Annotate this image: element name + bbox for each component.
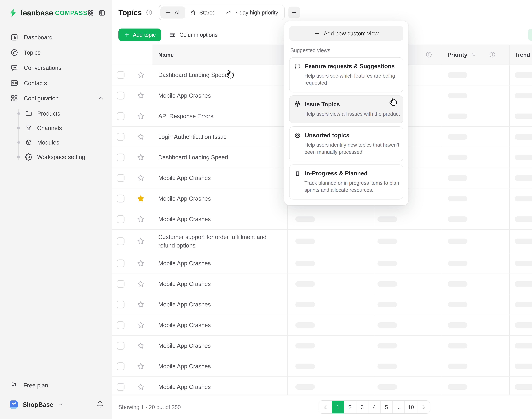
topic-name[interactable]: Mobile App Crashes — [153, 274, 287, 294]
topic-name[interactable]: Mobile App Crashes — [153, 85, 287, 106]
row-checkbox[interactable] — [117, 215, 125, 223]
filter-chip[interactable]: Filter: 2 — [528, 29, 532, 41]
topic-name[interactable]: Mobile App Crashes — [153, 168, 287, 188]
suggested-view-in-progress-planned[interactable]: In-Progress & Planned Track planned or i… — [289, 165, 403, 199]
sidebar-item-topics[interactable]: Topics — [0, 45, 112, 60]
cube-icon — [25, 139, 32, 146]
star-icon[interactable] — [137, 342, 145, 350]
topic-name[interactable]: Mobile App Crashes — [153, 253, 287, 274]
row-checkbox[interactable] — [117, 154, 125, 161]
page-button[interactable]: ... — [392, 401, 404, 413]
apps-grid-icon[interactable] — [88, 10, 94, 16]
star-icon[interactable] — [137, 383, 145, 391]
row-checkbox[interactable] — [117, 174, 125, 182]
star-icon[interactable] — [137, 174, 145, 182]
topic-name[interactable]: Mobile App Crashes — [153, 377, 287, 395]
collapse-panel-icon[interactable] — [98, 9, 105, 16]
info-icon[interactable] — [425, 51, 432, 58]
sidebar-item-workspace-setting[interactable]: Workspace setting — [0, 150, 112, 164]
topic-name[interactable]: Dashboard Loading Speed — [153, 147, 287, 168]
header-name[interactable]: Name — [153, 45, 287, 65]
header-priority[interactable]: Priority — [441, 45, 509, 65]
skeleton-cell — [374, 230, 441, 253]
star-icon[interactable] — [137, 237, 145, 245]
row-checkbox[interactable] — [117, 112, 125, 120]
next-page-button[interactable] — [417, 401, 430, 413]
row-checkbox[interactable] — [117, 342, 125, 350]
star-icon[interactable] — [137, 195, 145, 203]
page-button[interactable]: 2 — [344, 401, 356, 413]
row-checkbox[interactable] — [117, 133, 125, 141]
tab-all[interactable]: All — [160, 6, 185, 19]
page-button[interactable]: 10 — [404, 401, 417, 413]
suggested-view-issue-topics[interactable]: Issue Topics Help users view all issues … — [289, 95, 403, 123]
info-icon[interactable] — [489, 51, 496, 58]
topic-name[interactable]: Mobile App Crashes — [153, 315, 287, 335]
row-checkbox[interactable] — [117, 260, 125, 267]
page-button[interactable]: 1 — [332, 401, 344, 413]
info-icon[interactable] — [146, 9, 153, 16]
topic-name[interactable]: Mobile App Crashes — [153, 294, 287, 315]
configuration-children: Products Channels Modules Workspace sett… — [0, 106, 112, 165]
sidebar-item-dashboard[interactable]: Dashboard — [0, 30, 112, 45]
tab-stared[interactable]: Stared — [185, 6, 220, 19]
column-options-button[interactable]: Column options — [169, 31, 218, 38]
row-select-cell — [112, 230, 129, 253]
topic-name[interactable]: Login Authentication Issue — [153, 127, 287, 147]
row-checkbox[interactable] — [117, 92, 125, 100]
table-row: Mobile App Crashes — [112, 356, 532, 377]
star-icon[interactable] — [137, 215, 145, 223]
plan-badge[interactable]: Free plan — [0, 378, 112, 393]
star-icon[interactable] — [137, 133, 145, 141]
sidebar-item-channels[interactable]: Channels — [0, 121, 112, 135]
plus-icon — [124, 32, 130, 38]
star-icon[interactable] — [137, 280, 145, 288]
sidebar-item-contacts[interactable]: Contacts — [0, 76, 112, 91]
topic-name[interactable]: API Response Errors — [153, 106, 287, 126]
suggested-view-unsorted-topics[interactable]: Unsorted topics Help users identify new … — [289, 126, 403, 161]
add-new-custom-view-button[interactable]: Add new custom view — [289, 26, 403, 41]
workspace-switcher[interactable]: ShopBase — [0, 396, 112, 419]
sidebar-item-conversations[interactable]: Conversations — [0, 60, 112, 76]
topic-name[interactable]: Mobile App Crashes — [153, 209, 287, 229]
sidebar-item-configuration[interactable]: Configuration — [0, 91, 112, 106]
sort-arrows-icon[interactable] — [470, 52, 476, 58]
star-icon[interactable] — [137, 362, 145, 370]
row-checkbox[interactable] — [117, 280, 125, 288]
header-trend[interactable]: Trend — [509, 45, 532, 65]
row-checkbox[interactable] — [117, 237, 125, 245]
star-icon[interactable] — [137, 71, 145, 79]
row-star-cell — [129, 315, 152, 335]
tab-7-day-high-priority[interactable]: 7-day high priority — [220, 6, 283, 19]
topic-name[interactable]: Customer support for order fulfillment a… — [153, 230, 287, 253]
page-button[interactable]: 4 — [368, 401, 380, 413]
skeleton-cell — [374, 356, 441, 377]
row-checkbox[interactable] — [117, 362, 125, 370]
topic-name[interactable]: Mobile App Crashes — [153, 336, 287, 356]
sidebar-item-products[interactable]: Products — [0, 106, 112, 121]
suggested-view-feature-requests[interactable]: Feature requests & Suggestions Help user… — [289, 57, 403, 92]
bell-icon[interactable] — [96, 401, 104, 408]
topic-name[interactable]: Mobile App Crashes — [153, 356, 287, 377]
star-icon[interactable] — [137, 153, 145, 161]
row-checkbox[interactable] — [117, 195, 125, 202]
star-icon[interactable] — [137, 92, 145, 100]
prev-page-button[interactable] — [319, 401, 332, 413]
row-checkbox[interactable] — [117, 321, 125, 329]
star-icon[interactable] — [137, 259, 145, 267]
page-button[interactable]: 3 — [356, 401, 368, 413]
page-button[interactable]: 5 — [380, 401, 392, 413]
topic-name[interactable]: Mobile App Crashes — [153, 188, 287, 209]
row-checkbox[interactable] — [117, 71, 125, 79]
row-checkbox[interactable] — [117, 383, 125, 391]
add-view-button[interactable] — [288, 7, 300, 18]
row-checkbox[interactable] — [117, 301, 125, 308]
star-icon[interactable] — [137, 301, 145, 309]
star-icon[interactable] — [137, 112, 145, 120]
skeleton-bar — [448, 238, 467, 244]
add-topic-button-secondary[interactable]: Add topic — [118, 28, 161, 41]
star-icon[interactable] — [137, 321, 145, 329]
brand-name: leanbase — [21, 9, 53, 17]
topic-name[interactable]: Dashboard Loading Speed — [153, 65, 287, 85]
sidebar-item-modules[interactable]: Modules — [0, 135, 112, 150]
